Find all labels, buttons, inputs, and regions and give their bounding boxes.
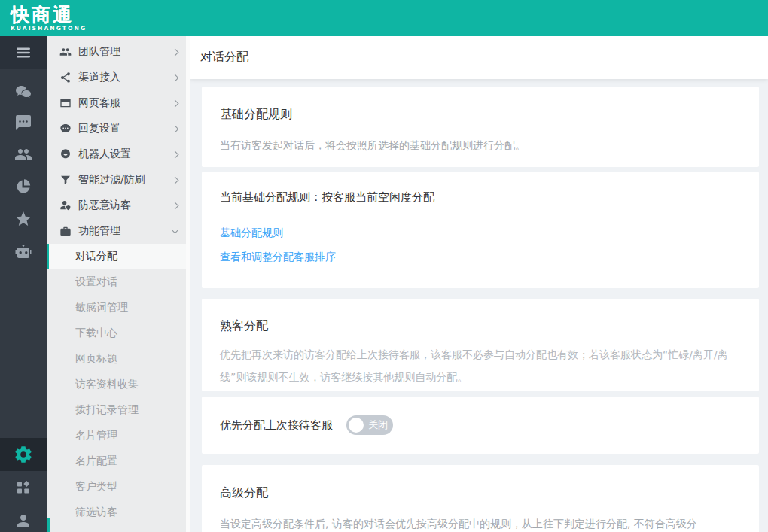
rail-item-favorites[interactable] (0, 202, 47, 236)
sidebar-subitem-visitor-data-collect[interactable]: 访客资料收集 (47, 372, 190, 397)
sidebar-subitem-label: 下载中心 (75, 327, 117, 340)
hamburger-icon (14, 44, 32, 62)
content-area: 基础分配规则 当有访客发起对话后，将会按照所选择的基础分配规则进行分配。 当前基… (190, 79, 768, 532)
sidebar-item-channel-access[interactable]: 渠道接入 (47, 65, 190, 90)
basic-rule-desc: 当有访客发起对话后，将会按照所选择的基础分配规则进行分配。 (220, 134, 741, 157)
sidebar-subitem-label: 名片管理 (75, 429, 117, 442)
chevron-right-icon (172, 74, 179, 81)
filter-funnel-icon (59, 174, 72, 186)
advanced-allocation-desc: 当设定高级分配条件后, 访客的对话会优先按高级分配中的规则，从上往下判定进行分配… (220, 512, 741, 532)
chevron-right-icon (172, 99, 179, 107)
chevron-right-icon (172, 150, 179, 158)
robot-icon (14, 243, 32, 261)
sidebar-item-label: 团队管理 (78, 45, 172, 59)
sidebar-subitem-dialog-setup[interactable]: 设置对话 (47, 269, 190, 295)
people-icon (14, 145, 32, 163)
last-agent-toggle-label: 优先分配上次接待客服 (220, 418, 333, 433)
adjust-agent-sort-link[interactable]: 查看和调整分配客服排序 (220, 251, 741, 264)
sidebar-item-label: 网页客服 (78, 96, 172, 110)
brand-logo-subtitle: KUAISHANGTONG (11, 26, 87, 32)
comment-icon (59, 123, 72, 135)
chevron-right-icon (172, 125, 179, 132)
page-title: 对话分配 (200, 50, 248, 65)
current-rule-card: 当前基础分配规则：按客服当前空闲度分配 基础分配规则 查看和调整分配客服排序 (202, 172, 759, 288)
advanced-allocation-card: 高级分配 当设定高级分配条件后, 访客的对话会优先按高级分配中的规则，从上往下判… (202, 465, 759, 532)
browser-window-icon (59, 97, 72, 109)
sidebar-subitem-label: 设置对话 (75, 275, 117, 289)
sidebar-item-label: 机器人设置 (78, 147, 172, 161)
gear-icon (14, 445, 33, 464)
sidebar-item-smart-filter[interactable]: 智能过滤/防刷 (47, 167, 190, 193)
brand-logo-title: 快商通 (11, 5, 87, 24)
last-agent-toggle[interactable]: 关闭 (346, 415, 393, 435)
briefcase-icon (59, 225, 72, 237)
page-header: 对话分配 (190, 36, 768, 79)
advanced-allocation-title: 高级分配 (220, 485, 741, 501)
sidebar-subitem-dialog-allocation[interactable]: 对话分配 (47, 244, 190, 269)
robot-head-icon (59, 148, 72, 160)
sidebar-subitem-card-config[interactable]: 名片配置 (47, 448, 190, 474)
icon-rail (0, 36, 47, 532)
sidebar-item-label: 功能管理 (78, 224, 172, 238)
sidebar-item-label: 渠道接入 (78, 71, 172, 84)
rail-item-settings[interactable] (0, 438, 47, 471)
rail-item-robot[interactable] (0, 236, 47, 269)
rail-item-wechat[interactable] (0, 76, 47, 109)
chevron-right-icon (172, 176, 179, 184)
share-nodes-icon (59, 71, 72, 84)
rail-item-profile[interactable] (0, 504, 47, 532)
sidebar-item-function-management[interactable]: 功能管理 (47, 218, 190, 244)
sidebar-item-robot-settings[interactable]: 机器人设置 (47, 141, 190, 167)
sidebar-subitem-label: 客户类型 (75, 480, 117, 494)
person-icon (14, 512, 32, 530)
regular-visitor-card: 熟客分配 优先把再次来访的访客分配给上次接待客服，该客服不必参与自动分配也有效；… (202, 299, 759, 391)
sidebar-subitem-label: 访客资料收集 (75, 378, 139, 391)
chevron-down-icon (172, 226, 179, 234)
sidebar-subitem-card-management[interactable]: 名片管理 (47, 423, 190, 448)
sidebar-subitem-label: 拨打记录管理 (75, 403, 139, 417)
last-agent-toggle-card: 优先分配上次接待客服 关闭 (202, 397, 759, 454)
star-icon (14, 210, 32, 228)
sidebar-item-label: 智能过滤/防刷 (78, 173, 172, 187)
rail-item-statistics[interactable] (0, 170, 47, 203)
top-header: 快商通 KUAISHANGTONG (0, 0, 768, 36)
sidebar-subitem-label: 敏感词管理 (75, 301, 128, 315)
rail-item-contacts[interactable] (0, 138, 47, 171)
toggle-state-text: 关闭 (368, 418, 388, 432)
sidebar-item-team-management[interactable]: 团队管理 (47, 39, 190, 65)
sidebar-item-anti-malicious-visitor[interactable]: 防恶意访客 (47, 193, 190, 218)
toggle-knob (349, 418, 364, 433)
regular-visitor-desc: 优先把再次来访的访客分配给上次接待客服，该客服不必参与自动分配也有效；若该客服状… (220, 343, 741, 388)
sidebar-subitem-customer-type[interactable]: 客户类型 (47, 474, 190, 500)
sidebar-subitem-filter-visitors[interactable]: 筛选访客 (47, 500, 190, 525)
sidebar-subitem-label: 名片配置 (75, 454, 117, 468)
sidebar-item-label: 防恶意访客 (78, 199, 172, 212)
sidebar-subitem-download-center[interactable]: 下载中心 (47, 321, 190, 346)
wechat-icon (14, 84, 32, 102)
sidebar-scrollbar-track[interactable] (186, 36, 190, 532)
main-area: 对话分配 基础分配规则 当有访客发起对话后，将会按照所选择的基础分配规则进行分配… (190, 36, 768, 532)
brand-logo: 快商通 KUAISHANGTONG (11, 5, 87, 32)
chat-bubble-icon (14, 114, 32, 132)
regular-visitor-title: 熟客分配 (220, 318, 741, 334)
sidebar-subitem-label: 网页标题 (75, 352, 117, 366)
sidebar-item-reply-settings[interactable]: 回复设置 (47, 116, 190, 141)
rail-item-apps[interactable] (0, 471, 47, 504)
sidebar-subitem-sensitive-words[interactable]: 敏感词管理 (47, 295, 190, 321)
chevron-right-icon (172, 48, 179, 56)
current-rule-text: 当前基础分配规则：按客服当前空闲度分配 (220, 190, 741, 205)
pie-chart-icon (14, 178, 32, 196)
rail-item-conversation[interactable] (0, 106, 47, 139)
nav-sidebar: 团队管理 渠道接入 网页客服 回复设置 机器人设置 智能过滤/防刷 防恶意访客 … (47, 36, 190, 532)
collapse-menu-button[interactable] (0, 36, 47, 69)
sidebar-subitem-label: 对话分配 (75, 250, 117, 263)
sidebar-subitem-web-title[interactable]: 网页标题 (47, 346, 190, 372)
user-shield-icon (59, 199, 72, 211)
sidebar-subitem-call-record[interactable]: 拨打记录管理 (47, 397, 190, 423)
sidebar-scroll-indicator[interactable] (47, 518, 50, 532)
team-icon (59, 46, 72, 58)
basic-rule-link[interactable]: 基础分配规则 (220, 226, 741, 240)
chevron-right-icon (172, 202, 179, 209)
basic-rule-intro-card: 基础分配规则 当有访客发起对话后，将会按照所选择的基础分配规则进行分配。 (202, 87, 759, 167)
sidebar-item-web-customer-service[interactable]: 网页客服 (47, 90, 190, 116)
